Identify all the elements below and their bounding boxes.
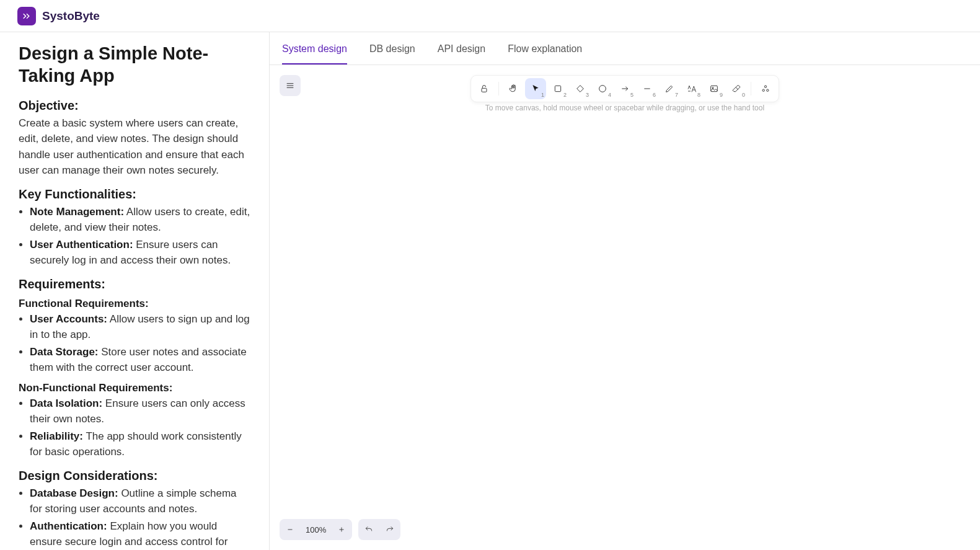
brand-name: SystoByte [42,9,100,23]
tool-draw[interactable]: 7 [659,78,680,99]
design-cons-list: Database Design: Outline a simple schema… [19,486,250,551]
design-cons-heading: Design Considerations: [19,469,250,483]
spec-sidebar: Design a Simple Note-Taking App Objectiv… [0,32,270,550]
list-item: Data Isolation: Ensure users can only ac… [30,396,250,427]
plus-icon [337,525,346,534]
tool-line[interactable]: 6 [637,78,658,99]
hand-icon [508,84,518,94]
tool-hand[interactable] [503,78,524,99]
objective-body: Create a basic system where users can cr… [19,115,250,179]
tool-rectangle[interactable]: 2 [547,78,568,99]
undo-icon [364,525,373,534]
list-item: Reliability: The app should work consist… [30,428,250,460]
key-func-list: Note Management: Allow users to create, … [19,204,250,268]
selection-icon [531,84,541,94]
tool-select[interactable]: 1 [525,78,546,99]
logo-icon[interactable] [17,7,36,25]
bottom-controls: 100% [280,519,400,540]
list-item: Note Management: Allow users to create, … [30,204,250,236]
zoom-out-button[interactable] [280,519,301,540]
list-item: Data Storage: Store user notes and assoc… [30,344,250,376]
tool-ellipse[interactable]: 4 [592,78,613,99]
tab-api-design[interactable]: API design [438,43,485,64]
tab-db-design[interactable]: DB design [369,43,415,64]
drawing-toolbar: 1 2 3 4 5 [470,75,779,102]
nonfunctional-req-list: Data Isolation: Ensure users can only ac… [19,396,250,460]
zoom-controls: 100% [280,519,352,540]
tool-eraser[interactable]: 0 [726,78,747,99]
svg-line-10 [736,87,738,89]
list-item: Database Design: Outline a simple schema… [30,486,250,517]
requirements-heading: Requirements: [19,277,250,291]
svg-point-9 [712,87,713,89]
lock-icon [479,84,489,94]
nonfunctional-req-heading: Non-Functional Requirements: [19,382,250,394]
svg-point-12 [762,89,764,91]
tool-diamond[interactable]: 3 [570,78,591,99]
tool-more[interactable] [755,78,776,99]
image-icon [709,84,719,94]
undo-button[interactable] [358,519,379,540]
functional-req-list: User Accounts: Allow users to sign up an… [19,311,250,376]
minus-icon [286,525,294,534]
main-panel: System design DB design API design Flow … [270,32,980,550]
page-title: Design a Simple Note-Taking App [19,42,250,87]
rectangle-icon [553,84,563,94]
canvas[interactable]: 1 2 3 4 5 [270,65,980,550]
svg-point-11 [764,86,766,87]
diamond-icon [575,84,585,94]
ellipse-icon [598,84,607,94]
tool-image[interactable]: 9 [704,78,725,99]
tool-text[interactable]: 8 [681,78,702,99]
tab-system-design[interactable]: System design [282,43,347,64]
key-func-heading: Key Functionalities: [19,187,250,202]
svg-rect-3 [482,88,487,92]
hamburger-icon [285,81,295,91]
pencil-icon [664,84,674,94]
zoom-value[interactable]: 100% [301,525,331,534]
svg-rect-4 [555,86,560,91]
svg-point-5 [599,86,606,92]
redo-icon [386,525,394,534]
objective-heading: Objective: [19,99,250,113]
shapes-icon [761,84,770,94]
list-item: User Authentication: Ensure users can se… [30,237,250,268]
separator [751,82,751,95]
redo-button[interactable] [379,519,400,540]
app-header: SystoByte [0,0,980,32]
arrow-icon [620,84,630,94]
canvas-hint: To move canvas, hold mouse wheel or spac… [485,104,764,112]
line-icon [642,84,652,94]
history-controls [358,519,400,540]
svg-point-13 [767,89,769,91]
text-icon [687,84,697,94]
svg-rect-8 [711,86,718,91]
tool-lock[interactable] [474,78,495,99]
list-item: User Accounts: Allow users to sign up an… [30,311,250,343]
list-item: Authentication: Explain how you would en… [30,518,250,551]
tab-bar: System design DB design API design Flow … [270,32,980,65]
menu-button[interactable] [280,75,301,96]
separator [498,82,499,95]
tool-arrow[interactable]: 5 [614,78,635,99]
functional-req-heading: Functional Requirements: [19,298,250,310]
eraser-icon [731,84,741,94]
zoom-in-button[interactable] [331,519,352,540]
tab-flow-explanation[interactable]: Flow explanation [508,43,582,64]
